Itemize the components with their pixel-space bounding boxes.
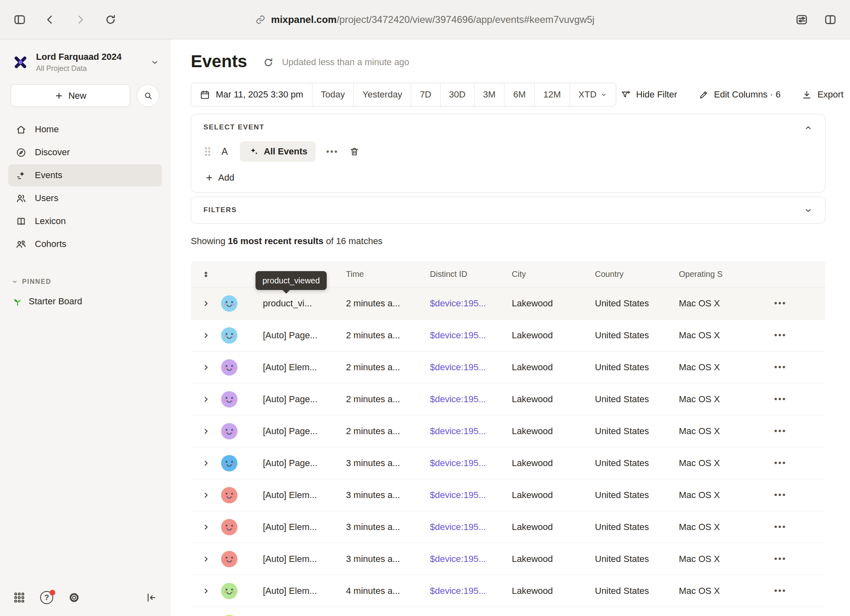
table-row[interactable]: [Auto] Page... 2 minutes a... $device:19… (191, 383, 825, 415)
distinct-id-link[interactable]: $device:195... (430, 362, 512, 373)
row-menu-button[interactable]: ••• (735, 586, 825, 596)
drag-handle-icon[interactable] (203, 146, 212, 157)
range-6m-button[interactable]: 6M (504, 83, 534, 106)
range-today-button[interactable]: Today (312, 83, 354, 106)
range-xtd-button[interactable]: XTD (570, 83, 616, 106)
event-avatar-icon (221, 327, 237, 344)
distinct-id-link[interactable]: $device:195... (430, 458, 512, 469)
distinct-id-link[interactable]: $device:195... (430, 394, 512, 405)
city-cell: Lakewood (512, 426, 595, 437)
row-expand-icon[interactable] (191, 427, 221, 435)
distinct-id-link[interactable]: $device:195... (430, 426, 512, 437)
row-expand-icon[interactable] (191, 555, 221, 563)
table-row[interactable]: [Auto] Elem... 4 minutes a... $device:19… (191, 575, 825, 607)
country-cell: United States (595, 554, 679, 564)
main-content: Events Updated less than a minute ago Ma… (170, 39, 850, 616)
address-bar[interactable]: mixpanel.com/project/3472420/view/397469… (255, 14, 595, 25)
range-3m-button[interactable]: 3M (474, 83, 504, 106)
export-button[interactable]: Export (802, 89, 843, 100)
distinct-id-link[interactable]: $device:195... (430, 330, 512, 341)
help-button[interactable]: ? (40, 591, 53, 604)
row-expand-icon[interactable] (191, 395, 221, 403)
sidebar-item-cohorts[interactable]: Cohorts (8, 233, 162, 255)
project-switcher[interactable]: Lord Farquaad 2024 All Project Data (0, 39, 170, 75)
distinct-id-link[interactable]: $device:195... (430, 490, 512, 500)
filters-panel: FILTERS (191, 197, 825, 224)
event-name-cell: [Auto] Page... (251, 426, 346, 437)
chevron-down-icon (11, 279, 18, 285)
table-row[interactable]: [Auto] Page... 2 minutes a... $device:19… (191, 319, 825, 351)
row-expand-icon[interactable] (191, 523, 221, 531)
row-menu-button[interactable]: ••• (735, 426, 825, 436)
new-button[interactable]: New (11, 84, 130, 107)
country-cell: United States (595, 426, 679, 437)
header-city[interactable]: City (512, 270, 595, 279)
sidebar-item-starter-board[interactable]: Starter Board (0, 296, 170, 307)
event-avatar-icon (221, 359, 237, 376)
distinct-id-link[interactable]: $device:195... (430, 298, 512, 309)
row-menu-button[interactable]: ••• (735, 299, 825, 308)
range-yesterday-button[interactable]: Yesterday (353, 83, 411, 106)
sidebar-item-events[interactable]: Events (8, 164, 162, 186)
row-expand-icon[interactable] (191, 363, 221, 371)
sidebar-item-discover[interactable]: Discover (8, 141, 162, 163)
row-menu-button[interactable]: ••• (735, 490, 825, 500)
add-event-button[interactable]: Add (203, 172, 234, 183)
collapse-sidebar-icon[interactable] (145, 591, 157, 604)
header-os[interactable]: Operating S (679, 270, 735, 279)
table-row[interactable]: [Auto] Page... 2 minutes a... $device:19… (191, 415, 825, 447)
row-menu-button[interactable]: ••• (735, 331, 825, 340)
split-view-icon[interactable] (824, 13, 837, 26)
row-expand-icon[interactable] (191, 459, 221, 467)
distinct-id-link[interactable]: $device:195... (430, 586, 512, 596)
time-cell: 3 minutes a... (346, 458, 430, 469)
project-name: Lord Farquaad 2024 (36, 52, 144, 62)
range-12m-button[interactable]: 12M (534, 83, 570, 106)
distinct-id-link[interactable]: $device:195... (430, 522, 512, 532)
back-icon[interactable] (43, 13, 57, 26)
chevron-down-icon[interactable] (804, 206, 813, 215)
expand-all-icon[interactable] (191, 270, 221, 279)
table-row[interactable]: [Auto] Elem... 3 minutes a... $device:19… (191, 479, 825, 511)
page-settings-icon[interactable] (795, 13, 808, 26)
hide-filter-button[interactable]: Hide Filter (621, 89, 677, 100)
row-expand-icon[interactable] (191, 299, 221, 308)
event-row-menu-button[interactable]: ••• (326, 147, 339, 156)
chevron-up-icon[interactable] (804, 123, 813, 132)
row-expand-icon[interactable] (191, 331, 221, 340)
sidebar-toggle-icon[interactable] (13, 13, 26, 26)
row-menu-button[interactable]: ••• (735, 522, 825, 532)
refresh-results-icon[interactable] (263, 57, 274, 68)
row-menu-button[interactable]: ••• (735, 554, 825, 564)
sidebar-item-users[interactable]: Users (8, 187, 162, 209)
distinct-id-link[interactable]: $device:195... (430, 554, 512, 564)
header-country[interactable]: Country (595, 270, 679, 279)
trash-icon[interactable] (349, 147, 359, 157)
range-30d-button[interactable]: 30D (440, 83, 474, 106)
date-picker-button[interactable]: Mar 11, 2025 3:30 pm (191, 83, 312, 106)
gear-icon[interactable] (68, 591, 80, 604)
app-grid-icon[interactable] (13, 591, 25, 604)
sidebar-item-home[interactable]: Home (8, 118, 162, 140)
sidebar-item-lexicon[interactable]: Lexicon (8, 210, 162, 232)
header-time[interactable]: Time (346, 270, 430, 279)
edit-columns-button[interactable]: Edit Columns · 6 (699, 89, 781, 100)
table-row[interactable]: [Auto] Elem... 3 minutes a... $device:19… (191, 511, 825, 543)
refresh-icon[interactable] (104, 13, 117, 26)
range-7d-button[interactable]: 7D (411, 83, 440, 106)
table-row[interactable]: [Auto] Elem... 3 minutes a... $device:19… (191, 543, 825, 575)
pinned-section-header[interactable]: PINNED (0, 278, 170, 285)
country-cell: United States (595, 458, 679, 469)
os-cell: Mac OS X (679, 362, 735, 373)
row-menu-button[interactable]: ••• (735, 458, 825, 468)
table-row[interactable]: [Auto] Elem... 2 minutes a... $device:19… (191, 351, 825, 383)
header-distinct-id[interactable]: Distinct ID (430, 270, 512, 279)
row-menu-button[interactable]: ••• (735, 394, 825, 404)
search-button[interactable] (137, 84, 159, 107)
row-menu-button[interactable]: ••• (735, 362, 825, 372)
table-row[interactable]: [Auto] Page... 3 minutes a... $device:19… (191, 447, 825, 479)
row-expand-icon[interactable] (191, 587, 221, 595)
row-expand-icon[interactable] (191, 491, 221, 499)
event-selector-chip[interactable]: All Events (240, 141, 315, 162)
table-row[interactable] (191, 607, 825, 616)
